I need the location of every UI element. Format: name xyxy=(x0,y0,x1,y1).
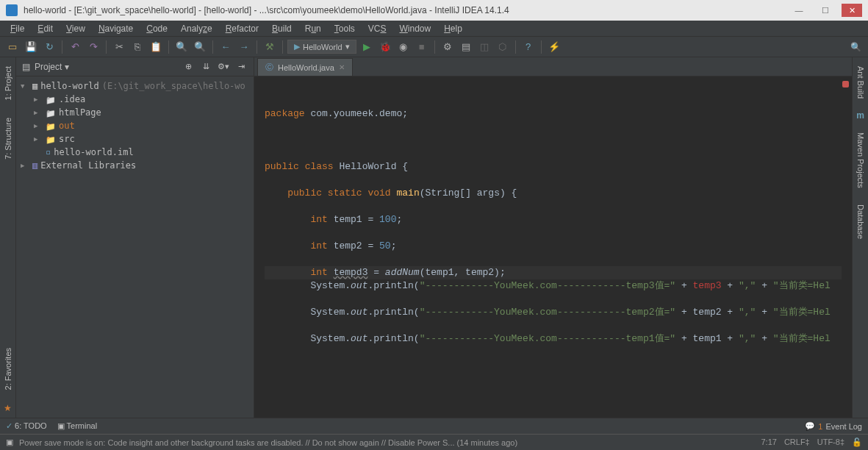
tree-item[interactable]: ▶ out xyxy=(18,119,252,132)
left-tool-strip: 1: Project 7: Structure 2: Favorites ★ xyxy=(0,57,16,418)
undo-icon[interactable]: ↶ xyxy=(67,39,83,55)
close-button[interactable]: ✕ xyxy=(842,4,862,17)
editor-area: Ⓒ HelloWorld.java ✕ package com.youmeek.… xyxy=(254,57,852,418)
line-separator[interactable]: CRLF‡ xyxy=(784,438,810,447)
back-icon[interactable]: ← xyxy=(218,39,234,55)
expand-icon[interactable]: ▶ xyxy=(34,135,43,143)
chevron-down-icon[interactable]: ▾ xyxy=(65,62,69,72)
lock-icon[interactable]: 🔓 xyxy=(852,438,862,447)
tree-item[interactable]: hello-world.iml xyxy=(18,146,252,159)
menu-analyze[interactable]: Analyze xyxy=(175,22,218,35)
scroll-target-icon[interactable]: ⊕ xyxy=(182,60,195,74)
folder-icon xyxy=(46,108,56,117)
menu-window[interactable]: Window xyxy=(393,22,437,35)
menu-tools[interactable]: Tools xyxy=(329,22,361,35)
replace-icon[interactable]: 🔍 xyxy=(192,39,208,55)
expand-icon[interactable]: ▶ xyxy=(34,122,43,129)
editor-tab-helloworld[interactable]: Ⓒ HelloWorld.java ✕ xyxy=(257,58,353,76)
menu-view[interactable]: View xyxy=(60,22,91,35)
tree-item[interactable]: ▶ .idea xyxy=(18,93,252,106)
redo-icon[interactable]: ↷ xyxy=(85,39,101,55)
code-editor[interactable]: package com.youmeek.demo; public class H… xyxy=(254,76,852,418)
tree-external-libs[interactable]: ▶ External Libraries xyxy=(18,159,252,172)
folder-icon xyxy=(46,95,56,104)
open-icon[interactable]: ▭ xyxy=(4,39,21,55)
status-message[interactable]: Power save mode is on: Code insight and … xyxy=(19,438,755,447)
bottom-tab-todo[interactable]: ✓ 6: TODO xyxy=(6,421,47,431)
structure-icon[interactable]: ▤ xyxy=(458,39,474,55)
stop-icon[interactable]: ■ xyxy=(414,39,430,55)
power-save-icon[interactable]: ⚡ xyxy=(546,39,562,55)
event-icon: 💬 xyxy=(805,421,815,431)
copy-icon[interactable]: ⎘ xyxy=(129,39,146,55)
menu-edit[interactable]: Edit xyxy=(32,22,59,35)
menu-help[interactable]: Help xyxy=(438,22,468,35)
cut-icon[interactable]: ✂ xyxy=(111,39,127,55)
tree-item[interactable]: ▶ src xyxy=(18,132,252,146)
menu-run[interactable]: Run xyxy=(299,22,327,35)
tab-maven[interactable]: Maven Projects xyxy=(855,128,867,193)
menu-file[interactable]: File xyxy=(4,22,30,35)
tab-database[interactable]: Database xyxy=(855,200,867,243)
find-icon[interactable]: 🔍 xyxy=(173,39,190,55)
library-icon xyxy=(32,160,37,171)
tree-root[interactable]: ▼ ▦ hello-world (E:\git_work_space\hello… xyxy=(18,79,252,93)
run-config-dropdown[interactable]: ▶ HelloWorld ▾ xyxy=(287,40,356,54)
file-encoding[interactable]: UTF-8‡ xyxy=(817,438,844,447)
bottom-tab-event-log[interactable]: Event Log xyxy=(825,422,862,431)
sdk-icon[interactable]: ◫ xyxy=(476,39,492,55)
cursor-position[interactable]: 7:17 xyxy=(761,438,776,447)
right-tool-strip: Ant Build m Maven Projects Database xyxy=(852,57,868,418)
expand-icon[interactable]: ▼ xyxy=(21,82,29,90)
tab-project[interactable]: 1: Project xyxy=(2,62,14,104)
menu-vcs[interactable]: VCS xyxy=(362,22,392,35)
java-icon: Ⓒ xyxy=(265,62,273,73)
main-menubar: File Edit View Navigate Code Analyze Ref… xyxy=(0,21,868,37)
run-config-name: HelloWorld xyxy=(303,43,342,51)
search-everywhere-icon[interactable]: 🔍 xyxy=(847,42,864,52)
minimize-button[interactable]: — xyxy=(789,4,809,17)
maven-icon[interactable]: m xyxy=(856,110,864,121)
window-titlebar: hello-world - [E:\git_work_space\hello-w… xyxy=(0,0,868,21)
gear-icon[interactable]: ⚙▾ xyxy=(217,60,230,74)
module-icon: ▦ xyxy=(32,81,37,91)
project-panel-title: Project xyxy=(35,62,62,72)
expand-icon[interactable]: ▶ xyxy=(21,162,29,169)
menu-refactor[interactable]: Refactor xyxy=(220,22,265,35)
toggle-tool-windows-icon[interactable]: ▣ xyxy=(6,438,13,447)
settings-icon[interactable]: ⚙ xyxy=(440,39,456,55)
bottom-tab-terminal[interactable]: ▣ Terminal xyxy=(57,421,97,431)
forward-icon[interactable]: → xyxy=(236,39,252,55)
hide-icon[interactable]: ⇥ xyxy=(234,60,248,74)
tab-label: HelloWorld.java xyxy=(278,63,334,72)
paste-icon[interactable]: 📋 xyxy=(148,39,164,55)
expand-icon[interactable]: ▶ xyxy=(34,96,43,103)
window-title: hello-world - [E:\git_work_space\hello-w… xyxy=(24,5,789,15)
help-icon[interactable]: ? xyxy=(520,39,537,55)
tab-structure[interactable]: 7: Structure xyxy=(2,113,14,164)
star-icon[interactable]: ★ xyxy=(4,403,12,413)
event-count: 1 xyxy=(818,422,822,431)
android-icon[interactable]: ⬡ xyxy=(495,39,511,55)
project-icon: ▤ xyxy=(22,62,30,72)
debug-icon[interactable]: 🐞 xyxy=(377,39,393,55)
tree-item[interactable]: ▶ htmlPage xyxy=(18,106,252,119)
maximize-button[interactable]: ☐ xyxy=(815,4,836,17)
menu-build[interactable]: Build xyxy=(266,22,298,35)
save-icon[interactable]: 💾 xyxy=(23,39,39,55)
main-area: 1: Project 7: Structure 2: Favorites ★ ▤… xyxy=(0,57,868,418)
close-tab-icon[interactable]: ✕ xyxy=(339,63,345,71)
menu-navigate[interactable]: Navigate xyxy=(93,22,139,35)
chevron-down-icon: ▾ xyxy=(345,42,350,51)
coverage-icon[interactable]: ◉ xyxy=(395,39,412,55)
menu-code[interactable]: Code xyxy=(140,22,173,35)
error-stripe-icon[interactable] xyxy=(842,81,849,88)
build-icon[interactable]: ⚒ xyxy=(262,39,278,55)
tab-ant-build[interactable]: Ant Build xyxy=(855,62,867,103)
refresh-icon[interactable]: ↻ xyxy=(41,39,57,55)
project-tree: ▼ ▦ hello-world (E:\git_work_space\hello… xyxy=(16,76,254,175)
collapse-icon[interactable]: ⇊ xyxy=(199,60,212,74)
tab-favorites[interactable]: 2: Favorites xyxy=(2,343,14,394)
expand-icon[interactable]: ▶ xyxy=(34,109,43,116)
run-icon[interactable]: ▶ xyxy=(359,39,375,55)
